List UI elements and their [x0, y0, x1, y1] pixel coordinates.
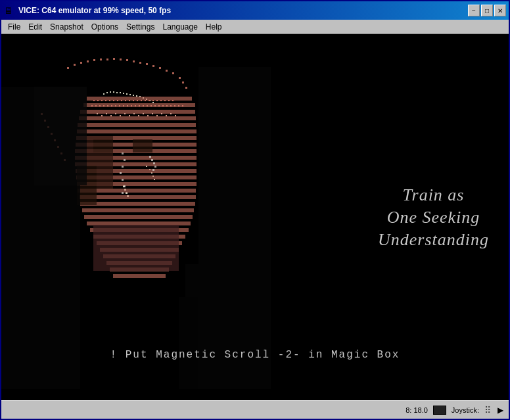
- svg-rect-104: [77, 129, 197, 133]
- svg-rect-1: [67, 67, 69, 69]
- minimize-button[interactable]: −: [468, 5, 480, 16]
- svg-rect-3: [80, 62, 82, 64]
- menu-edit[interactable]: Edit: [24, 21, 46, 33]
- svg-rect-135: [122, 152, 124, 154]
- svg-rect-162: [152, 113, 153, 114]
- svg-rect-39: [136, 95, 137, 97]
- portrait-area: [1, 34, 271, 389]
- svg-rect-151: [101, 115, 103, 116]
- svg-rect-12: [139, 62, 141, 64]
- svg-rect-150: [97, 113, 98, 114]
- screen-text-line1: Train as: [378, 185, 489, 205]
- svg-rect-126: [113, 274, 166, 278]
- svg-rect-117: [84, 215, 193, 219]
- svg-rect-36: [126, 93, 128, 95]
- scroll-right-icon[interactable]: ▶: [498, 406, 503, 415]
- svg-rect-155: [120, 115, 121, 116]
- title-bar-left: 🖥 VICE: C64 emulator at 99% speed, 50 fp…: [4, 5, 171, 16]
- menu-file[interactable]: File: [4, 21, 24, 33]
- screen-text-overlay: Train as One Seeking Understanding: [378, 185, 489, 250]
- svg-rect-103: [78, 123, 196, 127]
- app-icon: 🖥: [4, 5, 14, 16]
- svg-rect-32: [113, 91, 114, 93]
- joystick-label: Joystick:: [452, 406, 479, 414]
- menu-options[interactable]: Options: [87, 21, 122, 33]
- svg-rect-20: [185, 87, 187, 89]
- svg-rect-164: [161, 113, 162, 114]
- svg-rect-31: [110, 91, 111, 93]
- svg-rect-142: [149, 156, 151, 158]
- close-button[interactable]: ✕: [494, 5, 506, 16]
- menu-snapshot[interactable]: Snapshot: [46, 21, 87, 33]
- emulator-screen: Train as One Seeking Understanding ! Put…: [1, 34, 509, 400]
- svg-rect-137: [122, 166, 124, 168]
- svg-rect-153: [110, 115, 112, 116]
- status-bar: 8: 18.0 Joystick: ⠿ ▶: [1, 400, 509, 419]
- portrait-svg: [1, 34, 271, 389]
- svg-rect-156: [124, 113, 126, 114]
- maximize-button[interactable]: □: [481, 5, 493, 16]
- svg-rect-141: [122, 192, 124, 194]
- drive-led: [433, 406, 446, 415]
- svg-rect-154: [115, 113, 116, 114]
- svg-rect-37: [129, 94, 131, 95]
- svg-rect-29: [103, 93, 104, 95]
- svg-rect-165: [166, 115, 167, 116]
- title-bar: 🖥 VICE: C64 emulator at 99% speed, 50 fp…: [1, 1, 509, 20]
- svg-rect-116: [82, 208, 194, 212]
- svg-rect-35: [123, 93, 124, 94]
- svg-rect-163: [156, 115, 158, 116]
- window-title: VICE: C64 emulator at 99% speed, 50 fps: [18, 6, 171, 15]
- svg-rect-167: [175, 115, 176, 116]
- menu-settings[interactable]: Settings: [122, 21, 158, 33]
- svg-rect-33: [116, 92, 118, 93]
- svg-rect-115: [80, 202, 195, 206]
- svg-rect-100: [83, 103, 195, 107]
- svg-rect-152: [106, 113, 107, 114]
- title-buttons: − □ ✕: [468, 5, 506, 16]
- svg-rect-13: [146, 63, 148, 65]
- speed-indicator: 8: 18.0: [406, 406, 428, 414]
- svg-rect-14: [152, 65, 154, 67]
- joystick-indicator: ⠿: [484, 405, 492, 415]
- menu-language[interactable]: Language: [158, 21, 201, 33]
- svg-rect-19: [182, 82, 184, 83]
- bottom-text: ! Put Magnetic Scroll -2- in Magic Box: [1, 349, 509, 361]
- svg-rect-138: [120, 172, 122, 174]
- svg-rect-10: [126, 59, 128, 61]
- svg-rect-4: [87, 60, 89, 62]
- svg-rect-130: [93, 139, 113, 152]
- screen-text-line2: One Seeking: [378, 208, 489, 227]
- svg-rect-132: [93, 225, 179, 271]
- svg-rect-166: [170, 113, 172, 114]
- svg-rect-17: [172, 72, 174, 74]
- svg-rect-145: [154, 166, 156, 168]
- svg-rect-15: [159, 67, 161, 69]
- svg-rect-6: [100, 58, 102, 60]
- svg-rect-136: [124, 159, 126, 161]
- svg-rect-134: [34, 87, 87, 185]
- svg-rect-146: [152, 169, 154, 171]
- svg-rect-9: [120, 58, 122, 60]
- screen-text-line3: Understanding: [378, 230, 489, 250]
- svg-rect-18: [179, 77, 181, 79]
- svg-rect-160: [143, 113, 144, 114]
- svg-rect-99: [87, 97, 192, 101]
- svg-rect-143: [151, 159, 153, 161]
- menu-help[interactable]: Help: [202, 21, 226, 33]
- menu-bar: File Edit Snapshot Options Settings Lang…: [1, 20, 509, 34]
- joystick-dots: ⠿: [484, 405, 492, 415]
- svg-rect-7: [106, 58, 108, 60]
- svg-rect-139: [122, 179, 124, 181]
- svg-rect-11: [133, 60, 135, 62]
- svg-rect-8: [113, 58, 115, 60]
- svg-rect-157: [129, 115, 130, 116]
- svg-rect-161: [147, 115, 149, 116]
- svg-rect-158: [133, 113, 135, 114]
- svg-rect-2: [74, 64, 76, 66]
- main-window: 🖥 VICE: C64 emulator at 99% speed, 50 fp…: [0, 0, 510, 420]
- svg-rect-131: [133, 139, 152, 152]
- svg-rect-30: [106, 92, 108, 93]
- svg-rect-44: [152, 102, 154, 103]
- svg-rect-102: [79, 116, 196, 120]
